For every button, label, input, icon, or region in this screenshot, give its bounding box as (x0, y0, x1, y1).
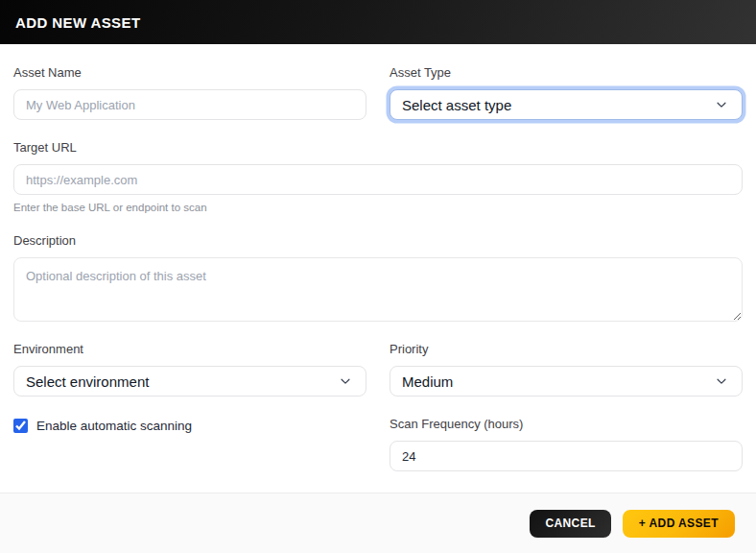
asset-type-label: Asset Type (390, 65, 743, 80)
priority-selected-value: Medium (402, 373, 453, 390)
auto-scan-label: Enable automatic scanning (36, 419, 192, 433)
auto-scan-field-group: Enable automatic scanning (13, 417, 366, 471)
row-environment-priority: Environment Select environment Priority … (13, 342, 743, 417)
scan-frequency-label: Scan Frequency (hours) (390, 417, 743, 431)
chevron-down-icon (339, 374, 352, 388)
asset-name-label: Asset Name (13, 65, 366, 80)
priority-field-group: Priority Medium (390, 342, 743, 397)
dialog-footer: CANCEL + ADD ASSET (0, 493, 756, 553)
description-field-group: Description (13, 233, 743, 322)
target-url-input[interactable] (13, 164, 743, 195)
chevron-down-icon (715, 374, 728, 388)
target-url-field-group: Target URL Enter the base URL or endpoin… (13, 140, 743, 213)
scan-frequency-field-group: Scan Frequency (hours) (390, 417, 743, 471)
environment-label: Environment (13, 342, 366, 356)
target-url-helper-text: Enter the base URL or endpoint to scan (13, 202, 743, 213)
add-asset-dialog: ADD NEW ASSET Asset Name Asset Type Sele… (0, 0, 756, 553)
environment-selected-value: Select environment (26, 373, 149, 390)
environment-field-group: Environment Select environment (13, 342, 366, 397)
dialog-body: Asset Name Asset Type Select asset type … (0, 44, 756, 493)
environment-select[interactable]: Select environment (13, 366, 366, 397)
row-autoscan-frequency: Enable automatic scanning Scan Frequency… (13, 417, 743, 492)
asset-name-input[interactable] (13, 89, 366, 120)
asset-type-field-group: Asset Type Select asset type (390, 65, 743, 120)
dialog-title: ADD NEW ASSET (15, 14, 140, 31)
add-asset-button[interactable]: + ADD ASSET (623, 510, 735, 538)
priority-label: Priority (390, 342, 743, 356)
scan-frequency-input[interactable] (390, 441, 743, 471)
priority-select[interactable]: Medium (390, 366, 743, 397)
asset-name-field-group: Asset Name (13, 65, 366, 120)
dialog-header: ADD NEW ASSET (0, 0, 756, 44)
description-textarea[interactable] (13, 257, 743, 322)
target-url-label: Target URL (13, 140, 743, 155)
asset-type-selected-value: Select asset type (402, 97, 511, 113)
row-name-type: Asset Name Asset Type Select asset type (13, 65, 743, 140)
asset-type-select[interactable]: Select asset type (390, 89, 743, 120)
description-label: Description (13, 233, 743, 248)
cancel-button[interactable]: CANCEL (530, 510, 610, 538)
chevron-down-icon (715, 98, 728, 111)
auto-scan-checkbox-row: Enable automatic scanning (13, 417, 366, 433)
auto-scan-checkbox[interactable] (13, 419, 28, 433)
